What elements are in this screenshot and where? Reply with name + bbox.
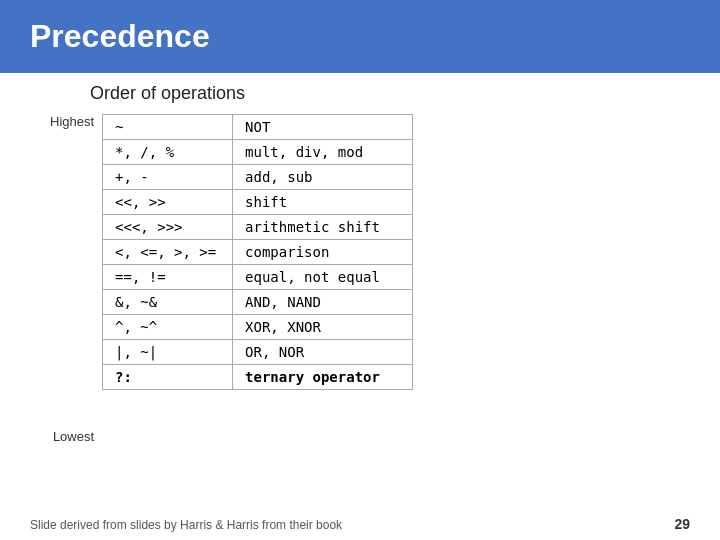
description-cell: arithmetic shift <box>233 215 413 240</box>
operator-cell: ~ <box>103 115 233 140</box>
subtitle: Order of operations <box>90 83 690 104</box>
header-title: Precedence <box>30 18 210 54</box>
operator-cell: <, <=, >, >= <box>103 240 233 265</box>
description-cell: ternary operator <box>233 365 413 390</box>
operator-cell: ==, != <box>103 265 233 290</box>
header: Precedence <box>0 0 720 73</box>
description-cell: XOR, XNOR <box>233 315 413 340</box>
lowest-label: Lowest <box>53 429 94 444</box>
description-cell: OR, NOR <box>233 340 413 365</box>
operator-cell: *, /, % <box>103 140 233 165</box>
description-cell: equal, not equal <box>233 265 413 290</box>
table-row: ==, !=equal, not equal <box>103 265 413 290</box>
table-row: <<<, >>>arithmetic shift <box>103 215 413 240</box>
operator-cell: +, - <box>103 165 233 190</box>
operator-cell: <<, >> <box>103 190 233 215</box>
table-row: <, <=, >, >=comparison <box>103 240 413 265</box>
table-row: &, ~&AND, NAND <box>103 290 413 315</box>
precedence-table: ~NOT*, /, %mult, div, mod+, -add, sub<<,… <box>102 114 413 390</box>
description-cell: NOT <box>233 115 413 140</box>
page-number: 29 <box>674 516 690 532</box>
operator-cell: ?: <box>103 365 233 390</box>
table-row: ?:ternary operator <box>103 365 413 390</box>
description-cell: mult, div, mod <box>233 140 413 165</box>
operator-cell: ^, ~^ <box>103 315 233 340</box>
highest-label: Highest <box>50 114 94 129</box>
table-row: |, ~|OR, NOR <box>103 340 413 365</box>
table-row: +, -add, sub <box>103 165 413 190</box>
description-cell: comparison <box>233 240 413 265</box>
table-row: *, /, %mult, div, mod <box>103 140 413 165</box>
operator-cell: &, ~& <box>103 290 233 315</box>
table-row: ^, ~^XOR, XNOR <box>103 315 413 340</box>
operator-cell: <<<, >>> <box>103 215 233 240</box>
description-cell: add, sub <box>233 165 413 190</box>
table-row: ~NOT <box>103 115 413 140</box>
table-row: <<, >>shift <box>103 190 413 215</box>
footer-text: Slide derived from slides by Harris & Ha… <box>30 518 342 532</box>
operator-cell: |, ~| <box>103 340 233 365</box>
description-cell: shift <box>233 190 413 215</box>
description-cell: AND, NAND <box>233 290 413 315</box>
